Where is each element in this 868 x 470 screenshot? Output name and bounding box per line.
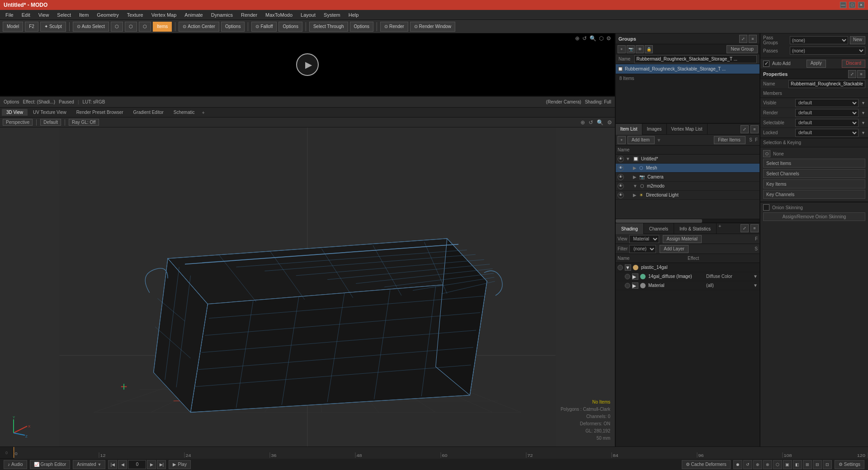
options-control[interactable]: Options	[4, 99, 19, 104]
tab-3d-view[interactable]: 3D View	[2, 109, 28, 116]
options3-button[interactable]: Options	[350, 22, 373, 32]
group-lock-icon[interactable]: 🔒	[645, 45, 653, 53]
view-select[interactable]: Material	[629, 235, 659, 243]
shading-row[interactable]: ▶ Material (all) ▼	[616, 281, 760, 290]
group-camera-icon[interactable]: 📷	[627, 45, 635, 53]
minimize-button[interactable]: —	[840, 2, 846, 8]
menu-geometry[interactable]: Geometry	[93, 11, 122, 19]
perspective-button[interactable]: Perspective	[3, 119, 33, 126]
eye-icon[interactable]: 👁	[618, 174, 624, 180]
tab-item-list[interactable]: Item List	[616, 124, 642, 135]
skip-end-button[interactable]: ▶|	[157, 460, 166, 469]
expand-arrow[interactable]: ▼	[626, 156, 630, 161]
default-button[interactable]: Default	[40, 119, 61, 126]
tab-images[interactable]: Images	[642, 124, 667, 135]
render-select[interactable]: default	[795, 109, 859, 117]
vt-icon-2[interactable]: ↺	[589, 119, 593, 126]
item-row[interactable]: 👁 ▶ ☀ Directional Light	[616, 191, 760, 200]
expand-icon[interactable]: ▶	[632, 273, 638, 280]
render-button[interactable]: ⊙ Render	[380, 22, 408, 32]
expand-arrow[interactable]: ▶	[633, 165, 637, 170]
falloff-button[interactable]: ⊙ Falloff	[251, 22, 277, 32]
extra-btn4[interactable]: ▣	[783, 460, 792, 469]
eye-icon[interactable]: 👁	[618, 165, 624, 171]
f2-button[interactable]: F2	[25, 22, 38, 32]
menu-animate[interactable]: Animate	[181, 11, 206, 19]
action-center-button[interactable]: ⊙ Action Center	[179, 22, 219, 32]
menu-texture[interactable]: Texture	[123, 11, 147, 19]
groups-menu-icon[interactable]: ≡	[749, 35, 757, 43]
audio-button[interactable]: ♪ Audio	[4, 460, 27, 469]
expand-icon[interactable]: ▼	[625, 264, 631, 271]
new-pass-group-button[interactable]: New	[850, 36, 865, 44]
item-row[interactable]: 👁 ▼ ⬡ m2modo	[616, 182, 760, 191]
item-row[interactable]: 👁 ▼ 🔲 Untitled*	[616, 155, 760, 164]
maximize-button[interactable]: □	[849, 2, 855, 8]
visible-select[interactable]: default	[795, 99, 859, 107]
add-item-icon[interactable]: +	[618, 136, 626, 144]
item-row[interactable]: 👁 ▶ 📷 Camera	[616, 173, 760, 182]
assign-material-button[interactable]: Assign Material	[663, 235, 702, 243]
menu-select[interactable]: Select	[53, 11, 75, 19]
extra-btn7[interactable]: ⊟	[813, 460, 822, 469]
shading-expand-icon[interactable]: ⤢	[741, 224, 749, 232]
visible-arrow[interactable]: ▼	[861, 101, 865, 105]
item-row[interactable]: 👁 ▶ ⬡ Mesh	[616, 164, 760, 173]
ray-gl-button[interactable]: Ray GL: Off	[69, 119, 99, 126]
menu-layout[interactable]: Layout	[297, 11, 319, 19]
menu-file[interactable]: File	[2, 11, 17, 19]
menu-vertex-map[interactable]: Vertex Map	[148, 11, 180, 19]
effect-arrow[interactable]: ▼	[753, 283, 758, 288]
skip-start-button[interactable]: |◀	[108, 460, 117, 469]
select-channels-button[interactable]: Select Channels	[763, 169, 865, 178]
extra-btn1[interactable]: ⊕	[753, 460, 762, 469]
name-input[interactable]	[788, 80, 865, 88]
item-list-scrollbar[interactable]	[616, 219, 760, 222]
timeline-ruler[interactable]: 0 12 24 36 48 60 72 84 96 108	[14, 447, 868, 459]
keying-icon[interactable]: ⬡	[763, 150, 770, 157]
extra-btn5[interactable]: ◧	[793, 460, 802, 469]
edges-button[interactable]: ⬡	[125, 22, 137, 32]
assign-remove-onion-button[interactable]: Assign/Remove Onion Skinning	[763, 212, 865, 221]
prev-frame-button[interactable]: ◀	[118, 460, 127, 469]
shading-row[interactable]: ▼ plastic_14gal	[616, 263, 760, 272]
key-items-button[interactable]: Key Items	[763, 179, 865, 188]
frame-input[interactable]	[128, 460, 146, 469]
tab-shading[interactable]: Shading	[616, 223, 644, 234]
menu-help[interactable]: Help	[345, 11, 363, 19]
locked-arrow[interactable]: ▼	[861, 131, 865, 135]
render-arrow[interactable]: ▼	[861, 111, 865, 115]
close-button[interactable]: ✕	[858, 2, 864, 8]
play-button[interactable]	[296, 53, 319, 76]
tab-channels[interactable]: Channels	[644, 223, 674, 234]
item-list-expand-icon[interactable]: ⤢	[741, 125, 749, 133]
onion-skinning-checkbox[interactable]	[763, 204, 769, 211]
menu-item[interactable]: Item	[75, 11, 92, 19]
render-window-button[interactable]: ⊙ Render Window	[410, 22, 455, 32]
extra-btn2[interactable]: ⊗	[763, 460, 772, 469]
selectable-arrow[interactable]: ▼	[861, 121, 865, 125]
selectable-select[interactable]: default	[795, 119, 859, 127]
group-name-input[interactable]	[634, 55, 757, 63]
vt-settings[interactable]: ⚙	[607, 119, 612, 126]
menu-maxtomodo[interactable]: MaxToModo	[262, 11, 296, 19]
menu-dynamics[interactable]: Dynamics	[208, 11, 236, 19]
graph-editor-button[interactable]: 📈 Graph Editor	[30, 460, 71, 469]
expand-arrow[interactable]: ▶	[633, 174, 637, 179]
tab-vertex-map[interactable]: Vertex Map List	[667, 124, 708, 135]
passes-select[interactable]: (none)	[790, 47, 865, 55]
cache-deformers-button[interactable]: ⚙ Cache Deformers	[682, 460, 731, 469]
settings-button[interactable]: ⚙ Settings	[835, 460, 864, 469]
filter-select[interactable]: (none)	[629, 245, 656, 253]
polys-button[interactable]: ⬡	[139, 22, 151, 32]
discard-button[interactable]: Discard	[842, 60, 865, 68]
expand-arrow[interactable]: ▶	[633, 193, 637, 197]
expand-arrow[interactable]: ▼	[633, 183, 637, 188]
tab-render-preset[interactable]: Render Preset Browser	[72, 109, 128, 116]
eye-icon[interactable]: 👁	[618, 183, 624, 189]
options2-button[interactable]: Options	[278, 22, 302, 32]
play-button[interactable]: ▶ Play	[169, 460, 190, 469]
group-eye-icon[interactable]: 👁	[636, 45, 644, 53]
auto-select-button[interactable]: ⊙ Auto Select	[73, 22, 109, 32]
tab-schematic[interactable]: Schematic	[169, 109, 199, 116]
